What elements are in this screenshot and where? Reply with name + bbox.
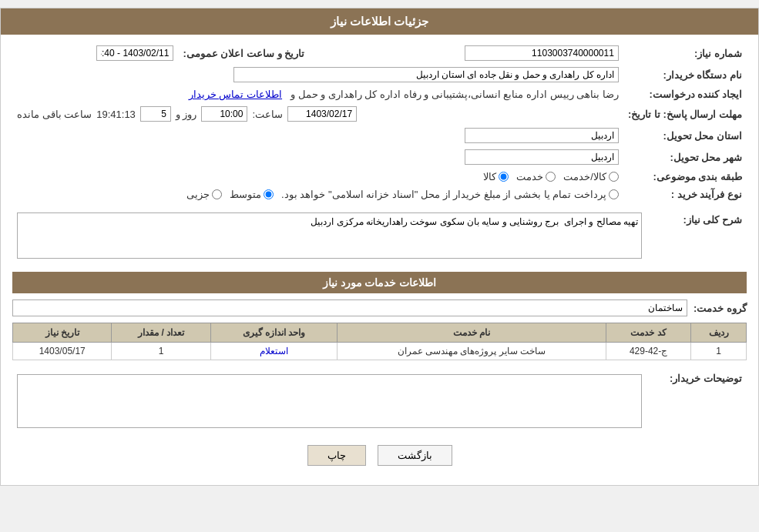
reply-time-label: ساعت:: [252, 109, 283, 120]
reply-deadline-value: ساعت: روز و 19:41:13 ساعت باقی مانده: [12, 103, 623, 125]
buyer-org-value: [12, 64, 623, 85]
category-option-kala[interactable]: کالا: [483, 171, 509, 182]
buyer-org-input: [233, 67, 619, 82]
col-header-unit: واحد اندازه گیری: [210, 323, 337, 343]
cell-name-1: ساخت سایر پروژه‌های مهندسی عمران: [338, 343, 606, 360]
buttons-row: بازگشت چاپ: [12, 445, 747, 466]
category-option-kala-khedmat[interactable]: کالا/خدمت: [563, 171, 619, 182]
category-label: طبقه بندی موضوعی:: [623, 168, 747, 186]
announcement-date-input: [96, 45, 173, 61]
purchase-type-jozi[interactable]: جزیی: [186, 189, 222, 200]
reply-remaining-label: ساعت باقی مانده: [17, 109, 92, 120]
cell-quantity-1: 1: [112, 343, 210, 360]
category-label-kala: کالا: [483, 171, 496, 182]
row-reply-deadline: مهلت ارسال پاسخ: تا تاریخ: ساعت: روز و 1…: [12, 103, 747, 125]
row-need-desc: شرح کلی نیاز: تهیه مصالح و اجرای برج روش…: [12, 209, 747, 264]
services-table: ردیف کد خدمت نام خدمت واحد اندازه گیری ت…: [12, 323, 747, 360]
col-header-quantity: تعداد / مقدار: [112, 323, 210, 343]
reply-remaining-text: 19:41:13: [96, 109, 136, 120]
city-value: [12, 146, 623, 168]
category-radio-khedmat[interactable]: [546, 172, 556, 182]
need-number-value: [309, 42, 623, 64]
category-radio-kala[interactable]: [499, 172, 509, 182]
reply-deadline-label: مهلت ارسال پاسخ: تا تاریخ:: [623, 103, 747, 125]
category-label-khedmat: خدمت: [516, 171, 543, 182]
row-creator: ایجاد کننده درخواست: رضا بناهی رییس ادار…: [12, 85, 747, 103]
cell-row-1: 1: [691, 343, 747, 360]
purchase-radio-motavasset[interactable]: [264, 189, 274, 199]
services-table-head: ردیف کد خدمت نام خدمت واحد اندازه گیری ت…: [13, 323, 747, 343]
group-service-label: گروه خدمت:: [694, 303, 747, 314]
purchase-radio-esnad[interactable]: [609, 189, 619, 199]
need-desc-textarea: تهیه مصالح و اجرای برج روشنایی و سایه با…: [17, 212, 642, 259]
col-header-date: تاریخ نیاز: [13, 323, 112, 343]
group-service-input: [12, 299, 687, 316]
services-table-body: 1 ج-42-429 ساخت سایر پروژه‌های مهندسی عم…: [13, 343, 747, 360]
creator-contact-link[interactable]: اطلاعات تماس خریدار: [189, 89, 282, 100]
group-service-row: گروه خدمت:: [12, 299, 747, 316]
page-container: جزئیات اطلاعات نیاز شماره نیاز: تاریخ و …: [0, 8, 759, 486]
content-area: شماره نیاز: تاریخ و ساعت اعلان عمومی: نا…: [1, 35, 758, 485]
print-button[interactable]: چاپ: [307, 445, 366, 466]
description-value: [12, 368, 646, 433]
page-header: جزئیات اطلاعات نیاز: [1, 8, 758, 35]
description-table: توضیحات خریدار:: [12, 368, 747, 433]
cell-unit-1: استعلام: [210, 343, 337, 360]
col-header-code: کد خدمت: [606, 323, 691, 343]
province-value: [12, 125, 623, 146]
creator-value: رضا بناهی رییس اداره منابع انسانی،پشتیبا…: [12, 85, 623, 103]
reply-date-input: [287, 106, 357, 122]
description-label: توضیحات خریدار:: [646, 368, 747, 433]
purchase-label-esnad: پرداخت تمام یا بخشی از مبلغ خریدار از مح…: [281, 189, 606, 200]
services-section-title: اطلاعات خدمات مورد نیاز: [323, 276, 437, 289]
city-input: [465, 149, 619, 165]
purchase-type-motavasset[interactable]: متوسط: [230, 189, 274, 200]
city-label: شهر محل تحویل:: [623, 146, 747, 168]
row-province: استان محل تحویل:: [12, 125, 747, 146]
purchase-type-esnad[interactable]: پرداخت تمام یا بخشی از مبلغ خریدار از مح…: [281, 189, 619, 200]
description-textarea[interactable]: [17, 374, 642, 428]
need-desc-value: تهیه مصالح و اجرای برج روشنایی و سایه با…: [12, 209, 646, 264]
need-desc-table: شرح کلی نیاز: تهیه مصالح و اجرای برج روش…: [12, 209, 747, 264]
purchase-type-options: پرداخت تمام یا بخشی از مبلغ خریدار از مح…: [12, 186, 623, 203]
province-label: استان محل تحویل:: [623, 125, 747, 146]
need-number-label: شماره نیاز:: [623, 42, 747, 64]
row-need-number: شماره نیاز: تاریخ و ساعت اعلان عمومی:: [12, 42, 747, 64]
category-options: کالا/خدمت خدمت کالا: [12, 168, 623, 186]
info-table: شماره نیاز: تاریخ و ساعت اعلان عمومی: نا…: [12, 42, 747, 203]
row-purchase-type: نوع فرآیند خرید : پرداخت تمام یا بخشی از…: [12, 186, 747, 203]
page-title: جزئیات اطلاعات نیاز: [331, 15, 428, 28]
back-button[interactable]: بازگشت: [378, 445, 452, 466]
purchase-label-jozi: جزیی: [186, 189, 210, 200]
table-row: 1 ج-42-429 ساخت سایر پروژه‌های مهندسی عم…: [13, 343, 747, 360]
row-buyer-org: نام دستگاه خریدار:: [12, 64, 747, 85]
buyer-org-label: نام دستگاه خریدار:: [623, 64, 747, 85]
col-header-row: ردیف: [691, 323, 747, 343]
services-section-header: اطلاعات خدمات مورد نیاز: [12, 272, 747, 293]
reply-days-input: [140, 106, 171, 122]
category-radio-kala-khedmat[interactable]: [609, 172, 619, 182]
announcement-date-label: تاریخ و ساعت اعلان عمومی:: [178, 42, 309, 64]
creator-text: رضا بناهی رییس اداره منابع انسانی،پشتیبا…: [291, 89, 619, 100]
announcement-date-value: [12, 42, 178, 64]
services-table-header-row: ردیف کد خدمت نام خدمت واحد اندازه گیری ت…: [13, 323, 747, 343]
purchase-label-motavasset: متوسط: [230, 189, 261, 200]
col-header-name: نام خدمت: [338, 323, 606, 343]
purchase-type-label: نوع فرآیند خرید :: [623, 186, 747, 203]
category-option-khedmat[interactable]: خدمت: [516, 171, 556, 182]
cell-date-1: 1403/05/17: [13, 343, 112, 360]
creator-label: ایجاد کننده درخواست:: [623, 85, 747, 103]
need-desc-label: شرح کلی نیاز:: [646, 209, 747, 264]
category-label-kala-khedmat: کالا/خدمت: [563, 171, 606, 182]
need-number-input: [465, 45, 619, 61]
purchase-radio-jozi[interactable]: [212, 189, 222, 199]
row-city: شهر محل تحویل:: [12, 146, 747, 168]
cell-code-1: ج-42-429: [606, 343, 691, 360]
reply-time-input: [201, 106, 247, 122]
province-input: [465, 128, 619, 143]
row-category: طبقه بندی موضوعی: کالا/خدمت خدمت: [12, 168, 747, 186]
row-description: توضیحات خریدار:: [12, 368, 747, 433]
reply-days-label: روز و: [176, 109, 197, 120]
